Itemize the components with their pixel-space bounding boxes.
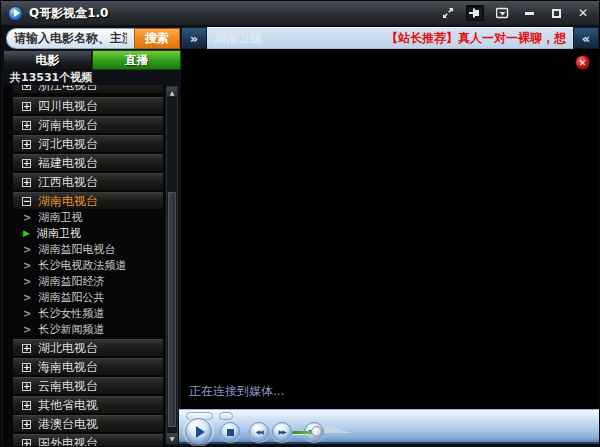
expand-icon[interactable]: + <box>22 121 31 130</box>
channel-label: 长沙女性频道 <box>38 306 104 321</box>
channel-label: 国外电视台 <box>38 435 98 447</box>
channel-group-row[interactable]: + 河北电视台 <box>13 135 163 152</box>
video-display-area: ✕ 正在连接到媒体... <box>181 49 599 409</box>
channel-group-row[interactable]: + 浙江电视台 <box>13 85 163 93</box>
minimize-icon <box>525 12 534 15</box>
search-input[interactable] <box>6 28 134 49</box>
channel-item-row[interactable]: > 湖南益阳公共 <box>13 290 163 305</box>
channel-group-row-expanded[interactable]: − 湖南电视台 <box>13 192 163 209</box>
channel-label: 湖南益阳电视台 <box>38 242 115 257</box>
next-icon: ▶▶ <box>278 429 285 435</box>
channel-group-row[interactable]: + 海南电视台 <box>13 358 163 375</box>
expand-icon[interactable]: + <box>22 439 31 447</box>
scroll-up-button[interactable]: ▲ <box>167 87 177 98</box>
scroll-down-button[interactable]: ▼ <box>167 432 177 443</box>
stop-button[interactable] <box>220 422 240 442</box>
channel-label: 河南电视台 <box>38 117 98 134</box>
channel-list: + 浙江电视台 + 四川电视台 + 河南电视台 + 河北电视台 + 福建电视台 … <box>3 85 165 446</box>
list-scrollbar[interactable]: ▲ ▼ <box>166 86 178 444</box>
channel-label: 长沙电视政法频道 <box>38 258 126 273</box>
channel-group-row[interactable]: + 江西电视台 <box>13 173 163 190</box>
title-bar[interactable]: Q哥影视盒1.0 ✕ <box>1 1 599 25</box>
expand-icon[interactable]: + <box>22 401 31 410</box>
fullscreen-button[interactable] <box>439 5 457 21</box>
expand-icon[interactable]: + <box>22 102 31 111</box>
channel-label: 湖南卫视 <box>38 210 82 225</box>
expand-icon[interactable]: + <box>22 382 31 391</box>
channel-label: 四川电视台 <box>38 98 98 115</box>
chevron-icon: > <box>23 325 31 335</box>
next-button[interactable]: ▶▶ <box>272 422 292 442</box>
channel-group-row[interactable]: + 河南电视台 <box>13 116 163 133</box>
channel-label: 港澳台电视 <box>38 416 98 433</box>
channel-item-row[interactable]: > 湖南卫视 <box>13 210 163 225</box>
media-control-bar: ◀◀ ▶▶ <box>179 409 599 444</box>
close-button[interactable]: ✕ <box>574 5 592 21</box>
channel-group-row[interactable]: + 福建电视台 <box>13 154 163 171</box>
search-button[interactable]: 搜索 <box>134 28 180 49</box>
channel-label: 长沙新闻频道 <box>38 322 104 337</box>
chevron-icon: > <box>23 293 31 303</box>
maximize-icon <box>552 9 561 18</box>
window-title: Q哥影视盒1.0 <box>29 5 108 22</box>
search-bar: 搜索 <box>6 28 180 49</box>
channel-label: 福建电视台 <box>38 155 98 172</box>
expand-icon[interactable]: + <box>22 344 31 353</box>
ad-close-button[interactable]: ✕ <box>575 55 590 70</box>
channel-group-row[interactable]: + 其他省电视 <box>13 396 163 413</box>
minimize-button[interactable] <box>520 5 538 21</box>
panel-collapse-button[interactable]: « <box>573 27 599 49</box>
previous-icon: ◀◀ <box>255 429 262 435</box>
chevron-icon: > <box>23 261 31 271</box>
chevron-icon: > <box>23 245 31 255</box>
volume-slider-thumb[interactable] <box>311 426 322 437</box>
skin-menu-button[interactable] <box>493 5 511 21</box>
promo-marquee-text[interactable]: 【站长推荐】真人一对一裸聊，想 <box>386 30 566 47</box>
expand-icon[interactable]: + <box>22 363 31 372</box>
expand-icon[interactable]: + <box>22 420 31 429</box>
channel-item-row[interactable]: > 湖南益阳经济 <box>13 274 163 289</box>
marquee-bar: 湖南卫视 【站长推荐】真人一对一裸聊，想 <box>207 27 573 49</box>
channel-group-row[interactable]: + 湖北电视台 <box>13 339 163 356</box>
channel-item-row[interactable]: > 长沙电视政法频道 <box>13 258 163 273</box>
channel-label: 河北电视台 <box>38 136 98 153</box>
scrollbar-thumb[interactable] <box>168 192 176 427</box>
channel-group-row[interactable]: + 国外电视台 <box>13 434 163 446</box>
collapse-icon[interactable]: − <box>22 197 31 206</box>
channel-item-row[interactable]: > 长沙女性频道 <box>13 306 163 321</box>
pushpin-icon <box>469 7 481 19</box>
channel-label: 云南电视台 <box>38 378 98 395</box>
channel-label: 其他省电视 <box>38 397 98 414</box>
previous-button[interactable]: ◀◀ <box>249 422 269 442</box>
list-item-clipped: + 浙江电视台 <box>3 85 165 95</box>
channel-item-row-playing[interactable]: ▶ 湖南卫视 <box>13 226 163 241</box>
close-icon: ✕ <box>578 7 588 19</box>
channel-item-row[interactable]: > 长沙新闻频道 <box>13 322 163 337</box>
connection-status-text: 正在连接到媒体... <box>189 383 284 400</box>
channel-item-row[interactable]: > 湖南益阳电视台 <box>13 242 163 257</box>
channel-label: 海南电视台 <box>38 359 98 376</box>
channel-label: 浙江电视台 <box>38 85 98 94</box>
pin-on-top-button[interactable] <box>466 5 484 21</box>
playing-indicator-icon: ▶ <box>23 229 30 238</box>
maximize-button[interactable] <box>547 5 565 21</box>
now-playing-title: 湖南卫视 <box>214 30 262 47</box>
expand-icon[interactable]: + <box>22 159 31 168</box>
channel-group-row[interactable]: + 港澳台电视 <box>13 415 163 432</box>
channel-label: 江西电视台 <box>38 174 98 191</box>
chevron-icon: > <box>23 213 31 223</box>
channel-label: 湖南益阳公共 <box>38 290 104 305</box>
seek-slider-piece[interactable] <box>219 412 233 420</box>
category-tabs: 电影 直播 <box>3 50 181 70</box>
chevron-icon: > <box>23 277 31 287</box>
channel-group-row[interactable]: + 四川电视台 <box>13 97 163 114</box>
panel-expand-button[interactable]: » <box>181 27 207 49</box>
tab-movies[interactable]: 电影 <box>3 50 92 70</box>
expand-icon[interactable]: + <box>22 178 31 187</box>
expand-icon[interactable]: + <box>22 140 31 149</box>
expand-icon[interactable]: + <box>22 85 31 90</box>
channel-group-row[interactable]: + 云南电视台 <box>13 377 163 394</box>
tab-live[interactable]: 直播 <box>92 50 181 70</box>
play-button[interactable] <box>185 418 212 445</box>
stop-icon <box>227 429 234 436</box>
